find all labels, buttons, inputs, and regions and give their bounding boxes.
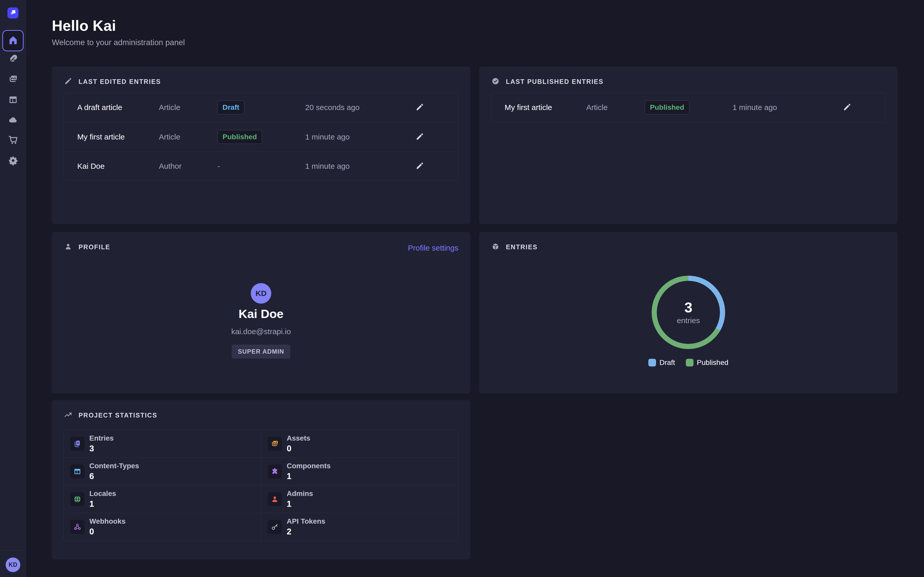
key-icon: [268, 520, 282, 534]
strapi-admin-dashboard: KD Hello Kai Welcome to your administrat…: [0, 0, 924, 577]
sidebar-item-content-manager[interactable]: [8, 54, 18, 64]
table-row: My first article Article Published 1 min…: [491, 93, 885, 122]
legend-label: Draft: [659, 358, 675, 367]
entry-name: A draft article: [77, 103, 159, 112]
profile-avatar: KD: [251, 283, 271, 304]
edit-entry-button[interactable]: [415, 103, 424, 112]
sidebar-item-settings[interactable]: [8, 156, 18, 166]
panel-header: PROJECT STATISTICS: [64, 411, 157, 420]
panel-header: PROFILE: [64, 243, 110, 251]
cloud-icon: [8, 115, 18, 126]
strapi-logo[interactable]: [7, 7, 18, 18]
edit-entry-button[interactable]: [415, 161, 424, 171]
legend-swatch-draft: [648, 359, 656, 366]
pencil-icon: [415, 161, 424, 171]
entry-time: 1 minute ago: [305, 132, 415, 141]
stat-label: Webhooks: [89, 517, 126, 525]
legend-item-draft: Draft: [648, 358, 675, 367]
table-row: My first article Article Published 1 min…: [64, 122, 458, 151]
entry-name: My first article: [77, 132, 159, 141]
gear-icon: [8, 156, 18, 166]
panel-title: LAST EDITED ENTRIES: [79, 78, 161, 85]
stat-components: Components 1: [261, 458, 458, 485]
stat-label: Locales: [89, 490, 116, 498]
pencil-icon: [843, 103, 851, 112]
entry-time: 20 seconds ago: [305, 103, 415, 112]
feather-icon: [8, 54, 18, 64]
panel-header: ENTRIES: [491, 243, 538, 251]
profile-name: Kai Doe: [52, 307, 470, 321]
globe-icon: [70, 492, 84, 506]
last-edited-entries-panel: LAST EDITED ENTRIES A draft article Arti…: [52, 67, 470, 224]
cube-icon: [491, 243, 499, 251]
stat-value: 1: [287, 499, 313, 509]
stat-value: 1: [89, 499, 116, 509]
panel-header: LAST EDITED ENTRIES: [64, 77, 161, 86]
layout-icon: [8, 95, 18, 105]
puzzle-icon: [268, 464, 282, 479]
user-icon: [268, 492, 282, 506]
panel-title: ENTRIES: [506, 243, 538, 251]
panel-title: PROJECT STATISTICS: [79, 412, 157, 419]
stat-locales: Locales 1: [64, 485, 261, 513]
edit-entry-button[interactable]: [415, 132, 424, 142]
page-title: Hello Kai: [52, 17, 116, 34]
sidebar-item-media-library[interactable]: [8, 74, 18, 85]
images-icon: [8, 74, 18, 85]
profile-email: kai.doe@strapi.io: [52, 327, 470, 336]
project-statistics-panel: PROJECT STATISTICS Entries 3: [52, 400, 470, 559]
last-edited-table: A draft article Article Draft 20 seconds…: [64, 93, 459, 181]
stat-value: 0: [89, 527, 126, 537]
legend-swatch-published: [686, 359, 693, 366]
stat-label: Entries: [89, 434, 114, 442]
donut-center-label: 3 entries: [650, 274, 727, 351]
sidebar: KD: [0, 0, 26, 577]
home-icon: [8, 35, 18, 47]
stat-value: 0: [287, 444, 310, 453]
stat-label: Assets: [287, 434, 310, 442]
entry-name: Kai Doe: [77, 162, 159, 171]
stat-value: 1: [287, 471, 331, 481]
status-empty: -: [217, 162, 220, 170]
profile-settings-link[interactable]: Profile settings: [408, 243, 459, 252]
check-circle-icon: [491, 77, 499, 86]
role-badge: SUPER ADMIN: [232, 345, 290, 358]
pencil-icon: [64, 77, 72, 86]
stat-value: 2: [287, 527, 325, 537]
layout-icon: [70, 464, 84, 479]
trending-up-icon: [64, 411, 72, 420]
page-subtitle: Welcome to your administration panel: [52, 38, 185, 47]
legend-label: Published: [697, 358, 729, 367]
sidebar-item-marketplace[interactable]: [8, 135, 18, 145]
legend-item-published: Published: [686, 358, 729, 367]
panel-header: LAST PUBLISHED ENTRIES: [491, 77, 603, 86]
sidebar-item-deploy[interactable]: [8, 115, 18, 126]
last-published-entries-panel: LAST PUBLISHED ENTRIES My first article …: [479, 67, 898, 224]
status-badge-published: Published: [645, 100, 690, 114]
entries-unit: entries: [677, 316, 700, 325]
entry-time: 1 minute ago: [305, 162, 415, 171]
table-row: Kai Doe Author - 1 minute ago: [64, 151, 458, 181]
images-icon: [268, 437, 282, 451]
stats-table: Entries 3 Assets 0: [63, 430, 458, 541]
stat-label: Content-Types: [89, 462, 139, 470]
stat-label: Components: [287, 462, 331, 470]
entries-total: 3: [684, 300, 692, 315]
sidebar-divider: [0, 550, 26, 551]
user-icon: [64, 243, 72, 251]
entry-type: Article: [159, 132, 217, 141]
entry-type: Author: [159, 162, 217, 171]
sidebar-item-content-type-builder[interactable]: [8, 95, 18, 105]
edit-entry-button[interactable]: [843, 103, 851, 112]
pencil-icon: [415, 132, 424, 142]
user-avatar[interactable]: KD: [6, 558, 20, 572]
entries-panel: ENTRIES 3 entries Draft Published: [479, 232, 898, 393]
status-badge-draft: Draft: [217, 100, 244, 114]
stat-value: 6: [89, 471, 139, 481]
webhook-icon: [70, 520, 84, 534]
stat-webhooks: Webhooks 0: [64, 513, 261, 541]
stat-content-types: Content-Types 6: [64, 458, 261, 485]
sidebar-item-home[interactable]: [2, 30, 24, 51]
panel-title: PROFILE: [79, 243, 110, 251]
entry-name: My first article: [505, 103, 586, 112]
